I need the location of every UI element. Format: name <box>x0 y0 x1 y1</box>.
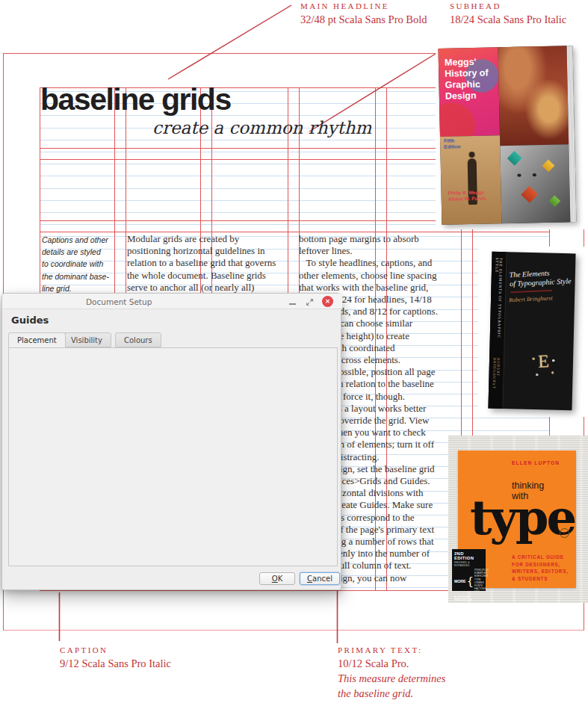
annotation-label: CAPTION <box>60 645 171 654</box>
annotation-label: PRIMARY TEXT: <box>338 645 445 654</box>
meggs-painting-panel <box>498 46 569 146</box>
tab-colours[interactable]: Colours <box>115 332 161 347</box>
annotation-ring <box>560 528 569 538</box>
body-text-line: Modular grids are created by <box>127 233 288 245</box>
meggs-edition: Fifth Edition <box>444 137 460 149</box>
meggs-book: Meggs' History of Graphic Design Fifth E… <box>439 46 577 225</box>
second-edition-badge: 2ND EDITION REVISED & EXPANDED MORE { PR… <box>452 549 486 591</box>
caption-line: Captions and other <box>42 234 116 246</box>
badge-revised: REVISED & EXPANDED <box>454 561 483 567</box>
book-front-cover: The Elements of Typographic Style Robert… <box>509 268 572 303</box>
diamond-shape <box>549 195 561 207</box>
elements-book: THE ELEMENTS OF TYPOGRAPHIC STYLE ROBERT… <box>488 252 575 411</box>
caption-line: details are styled <box>42 246 116 258</box>
badge-more: MORE <box>454 579 466 583</box>
annotation-value: 9/12 Scala Sans Pro Italic <box>60 657 171 670</box>
cover-rule <box>510 290 552 294</box>
page-subhead: create a common rhythm <box>152 118 371 137</box>
body-text-line: positioning horizontal guidelines in <box>127 245 288 257</box>
caption-line: the dominant base- <box>42 270 116 282</box>
tab-placement[interactable]: Placement <box>8 332 66 347</box>
book-cover-meggs-history: Meggs' History of Graphic Design Fifth E… <box>436 43 588 229</box>
badge-edition: 2ND EDITION <box>454 551 483 560</box>
body-text-line: other elements, choose line spacing <box>299 270 460 282</box>
annotation-main-headline: MAIN HEADLINE 32/48 pt Scala Sans Pro Bo… <box>300 1 427 26</box>
restore-icon[interactable] <box>306 298 314 306</box>
elements-title: The Elements of Typographic Style <box>509 267 572 288</box>
lupton-author: ELLEN LUPTON <box>512 460 560 465</box>
body-text-line: serve to anchor all (or nearly all) <box>127 282 288 294</box>
leader-line-main-headline <box>168 5 291 79</box>
body-text-line: the whole document. Baseline grids <box>127 270 288 282</box>
badge-footer: A DESIGN HANDBOOK <box>454 595 483 601</box>
body-text-line: that works with the baseline grid, <box>299 282 460 294</box>
annotation-label: SUBHEAD <box>450 1 566 10</box>
book-cover-elements-typographic-style: THE ELEMENTS OF TYPOGRAPHIC STYLE ROBERT… <box>478 247 588 417</box>
dialog-title: Document Setup <box>86 297 152 306</box>
page-headline: baseline grids <box>40 82 231 117</box>
badge-items: PRINCIPLES EXAMPLES EXERCISES TYPE CRIME… <box>474 569 489 594</box>
close-icon[interactable] <box>322 296 333 307</box>
spine-author: ROBERT BRINGHURST <box>492 358 501 409</box>
annotation-value: 10/12 Scala Pro. <box>338 657 445 670</box>
caption-line: to coordinate with <box>42 258 116 270</box>
tab-visibility[interactable]: Visibility <box>62 332 111 347</box>
caption-column: Captions and otherdetails are styledto c… <box>42 234 116 301</box>
diamond-shape <box>521 186 538 203</box>
annotation-note: This measure determines <box>338 672 445 685</box>
body-text-line: bottom page margins to absorb <box>299 233 460 245</box>
annotation-primary-text: PRIMARY TEXT: 10/12 Scala Pro. This meas… <box>338 645 445 700</box>
minimize-icon[interactable] <box>289 303 296 305</box>
annotation-value: 32/48 pt Scala Sans Pro Bold <box>300 13 427 26</box>
body-text-column-1: Modular grids are created bypositioning … <box>127 233 288 302</box>
typographic-ornament: E <box>532 351 556 382</box>
meggs-face-panel <box>500 144 570 223</box>
brace-glyph: { <box>467 575 474 588</box>
elements-author: Robert Bringhurst <box>509 294 572 303</box>
annotation-subhead: SUBHEAD 18/24 Scala Sans Pro Italic <box>450 1 566 26</box>
body-text-line: To style headlines, captions, and <box>299 257 460 269</box>
diamond-shape <box>507 151 522 166</box>
tab-panel <box>8 347 338 566</box>
ok-button[interactable]: OK <box>259 572 295 585</box>
annotation-value: 18/24 Scala Sans Pro Italic <box>450 13 566 26</box>
body-text-line: relation to a baseline grid that governs <box>127 257 288 269</box>
document-setup-dialog: Document Setup Guides Placement Visibili… <box>1 293 341 590</box>
typography-tutorial-page: baseline grids create a common rhythm Ca… <box>0 0 588 709</box>
cancel-button[interactable]: Cancel <box>300 572 340 585</box>
body-text-line: leftover lines. <box>299 245 460 257</box>
annotation-note: the baseline grid. <box>338 687 445 700</box>
type-title: type <box>470 489 575 545</box>
book-cover-thinking-with-type: ELLEN LUPTON thinking with type A CRITIC… <box>448 436 588 603</box>
face-photo-detail <box>514 173 539 177</box>
annotation-label: MAIN HEADLINE <box>300 1 427 10</box>
meggs-authors: Philip B. Meggs Alston W. Purvis <box>448 190 487 202</box>
annotation-caption: CAPTION 9/12 Scala Sans Pro Italic <box>60 645 171 670</box>
book-spine: THE ELEMENTS OF TYPOGRAPHIC STYLE ROBERT… <box>488 252 507 409</box>
critical-guide-subtitle: A CRITICAL GUIDE FOR DESIGNERS, WRITERS,… <box>512 554 569 582</box>
spine-title: THE ELEMENTS OF TYPOGRAPHIC STYLE <box>493 258 503 353</box>
diamond-shape <box>542 159 554 172</box>
meggs-title: Meggs' History of Graphic Design <box>445 57 489 102</box>
dialog-titlebar[interactable]: Document Setup <box>2 294 342 309</box>
dialog-heading: Guides <box>11 315 49 326</box>
